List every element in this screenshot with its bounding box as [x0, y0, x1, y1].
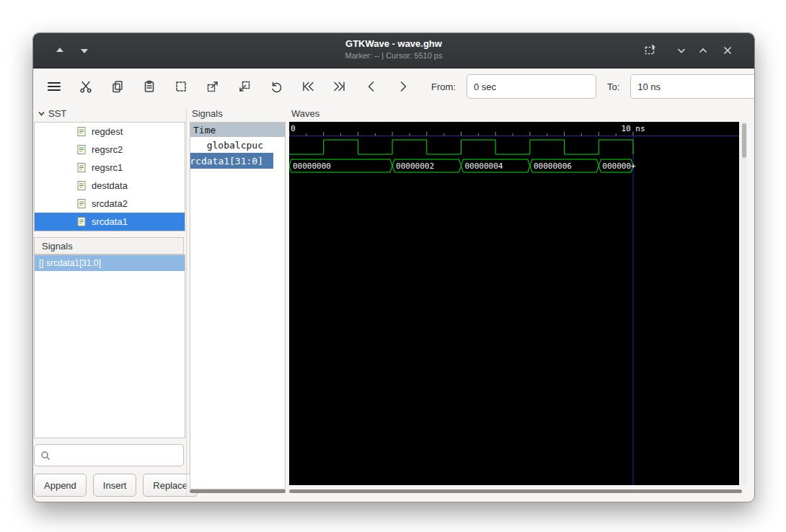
zoom-in-button[interactable] [202, 75, 223, 98]
sst-tree: regdest regsrc2 regsrc1 destdata srcdata… [34, 122, 185, 231]
scissors-icon [79, 79, 93, 94]
copy-icon [110, 79, 125, 94]
chevron-right-icon [396, 79, 410, 94]
sst-button-row: Append Insert Replace [34, 474, 184, 497]
signal-file-icon [76, 144, 87, 155]
selection-box-icon [174, 79, 188, 94]
svg-text:00000004: 00000004 [465, 161, 503, 171]
append-button[interactable]: Append [34, 474, 87, 497]
chevron-down-icon [674, 43, 689, 58]
wave-canvas[interactable]: 010 ns0000000000000002000000040000000600… [289, 122, 739, 485]
zoom-fit-button[interactable] [170, 75, 191, 98]
screen-rotate-button[interactable] [639, 40, 661, 61]
svg-text:00000000: 00000000 [293, 161, 331, 171]
tree-item-destdata[interactable]: destdata [35, 177, 185, 195]
tree-item-regdest[interactable]: regdest [35, 123, 185, 141]
time-column-header[interactable]: Time [190, 123, 285, 137]
tree-item-regsrc2[interactable]: regsrc2 [35, 141, 185, 159]
cut-button[interactable] [75, 75, 96, 98]
tree-item-label: regsrc2 [92, 144, 123, 155]
expand-selection-icon [206, 79, 220, 94]
tree-item-label: regdest [92, 126, 123, 137]
gtkwave-window: GTKWave - wave.ghw Marker: -- | Cursor: … [32, 32, 755, 502]
svg-text:000000+: 000000+ [602, 161, 636, 171]
tree-item-label: regsrc1 [92, 162, 123, 173]
signal-list-item[interactable]: [] srcdata1[31:0] [35, 255, 185, 271]
skip-to-start-icon [301, 79, 315, 94]
svg-text:00000002: 00000002 [396, 161, 434, 171]
toolbar: From: To: [33, 68, 754, 105]
unmaximize-button[interactable] [671, 40, 692, 61]
svg-text:10 ns: 10 ns [621, 124, 645, 133]
paste-button[interactable] [138, 75, 159, 98]
signal-search-box [34, 444, 184, 466]
signal-file-icon [76, 180, 87, 191]
signals-subheader: Signals [34, 237, 184, 254]
maximize-button[interactable] [692, 40, 714, 61]
signal-search-list: [] srcdata1[31:0] [34, 254, 185, 438]
sst-panel-label[interactable]: SST [37, 108, 66, 119]
waves-area: 010 ns0000000000000002000000040000000600… [289, 122, 739, 485]
waves-hscrollbar[interactable] [289, 489, 742, 493]
to-input[interactable] [630, 74, 755, 99]
zoom-out-button[interactable] [234, 75, 255, 98]
waves-panel-label: Waves [291, 108, 319, 119]
svg-text:00000006: 00000006 [534, 161, 572, 171]
paste-icon [142, 79, 156, 94]
go-to-start-button[interactable] [297, 75, 318, 98]
close-icon [720, 43, 735, 58]
waves-vscrollbar[interactable] [741, 122, 747, 485]
pane-separator[interactable] [186, 109, 187, 496]
menu-icon [46, 79, 62, 94]
signal-file-icon [76, 216, 87, 227]
tree-item-srcdata1[interactable]: srcdata1 [35, 213, 185, 231]
signal-name-srcdata1[interactable]: srcdata1[31:0] [190, 153, 273, 169]
signal-file-icon [76, 126, 87, 137]
undo-arrow-icon [269, 79, 283, 94]
chevron-up-icon [696, 43, 710, 58]
from-label: From: [431, 81, 456, 92]
headerbar: GTKWave - wave.ghw Marker: -- | Cursor: … [33, 33, 754, 68]
shift-left-button[interactable] [361, 75, 381, 98]
from-input[interactable] [467, 74, 596, 99]
tree-item-label: destdata [92, 180, 128, 191]
tree-item-label: srcdata1 [92, 216, 128, 227]
signal-file-icon [76, 198, 87, 209]
shift-right-button[interactable] [392, 75, 413, 98]
undo-button[interactable] [265, 75, 286, 98]
names-hscrollbar[interactable] [190, 489, 286, 493]
expander-chevron-icon [37, 110, 45, 118]
signal-file-icon [76, 162, 87, 173]
tree-item-label: srcdata2 [92, 198, 128, 209]
search-icon [40, 451, 50, 461]
shrink-selection-icon [237, 79, 252, 94]
signals-panel-label: Signals [192, 108, 223, 119]
signal-names-panel: Time globalcpuc srcdata1[31:0] [190, 122, 286, 489]
svg-text:0: 0 [291, 124, 296, 133]
screen-rotate-icon [643, 43, 657, 58]
chevron-left-icon [364, 79, 379, 94]
menu-button[interactable] [43, 75, 64, 98]
close-button[interactable] [717, 40, 738, 61]
skip-to-end-icon [332, 79, 347, 94]
tree-item-srcdata2[interactable]: srcdata2 [35, 195, 185, 213]
signal-name-globalcpuc[interactable]: globalcpuc [190, 137, 273, 153]
copy-button[interactable] [107, 75, 128, 98]
insert-button[interactable]: Insert [93, 474, 137, 497]
tree-item-regsrc1[interactable]: regsrc1 [35, 159, 185, 177]
search-input[interactable] [55, 449, 177, 461]
go-to-end-button[interactable] [329, 75, 350, 98]
to-label: To: [607, 81, 619, 92]
